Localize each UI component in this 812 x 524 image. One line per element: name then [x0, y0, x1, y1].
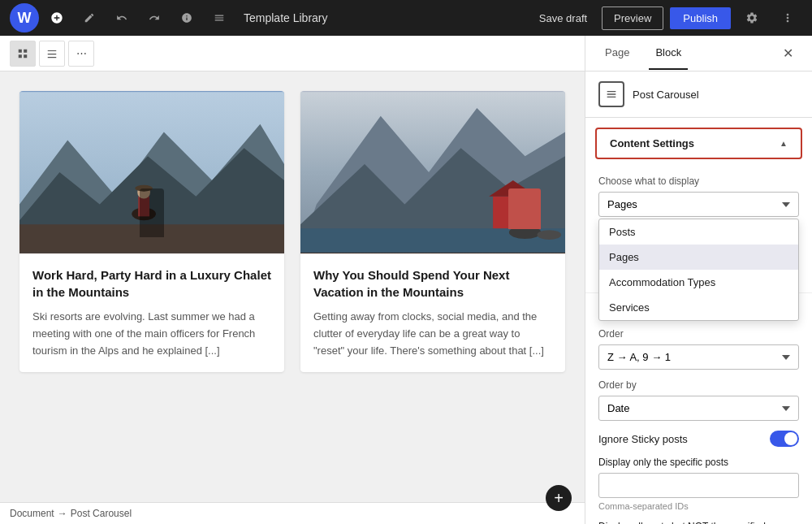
panel-header: Page Block ✕ [585, 36, 812, 71]
choose-what-select[interactable]: Posts Pages Accommodation Types Services [598, 192, 799, 217]
card-image-1 [19, 91, 284, 253]
content-area: Work Hard, Party Hard in a Luxury Chalet… [0, 71, 585, 502]
breadcrumb-document: Document [10, 508, 54, 519]
dropdown-option-services[interactable]: Services [599, 295, 798, 320]
svg-point-4 [132, 207, 156, 220]
breadcrumb-arrow: → [58, 508, 67, 519]
block-toolbar: ⋯ [0, 36, 585, 71]
post-card-1: Work Hard, Party Hard in a Luxury Chalet… [19, 91, 284, 372]
card-image-2 [300, 91, 565, 253]
svg-point-14 [509, 226, 542, 239]
block-title-row: Post Carousel [585, 71, 812, 118]
display-not-field: Display all posts but NOT the specified … [598, 521, 799, 524]
ignore-sticky-toggle[interactable] [770, 431, 799, 447]
add-block-button[interactable] [42, 3, 71, 32]
order-select[interactable]: A → Z, 1 → 9 Z → A, 9 → 1 [598, 344, 799, 370]
svg-rect-5 [138, 197, 149, 217]
block-title-label: Post Carousel [633, 89, 699, 101]
more-options-button[interactable] [773, 3, 802, 32]
specific-posts-field: Display only the specific posts Comma-se… [598, 457, 799, 511]
content-settings-body: Choose what to display Posts Pages Accom… [585, 169, 812, 227]
content-settings-header[interactable]: Content Settings ▲ [595, 128, 802, 159]
specific-posts-label: Display only the specific posts [598, 457, 799, 468]
grid-view-button[interactable] [10, 41, 36, 67]
right-panel: Page Block ✕ Post Carousel Content Setti… [585, 36, 812, 524]
card-excerpt-1: Ski resorts are evolving. Last summer we… [32, 309, 271, 359]
edit-button[interactable] [75, 3, 104, 32]
top-toolbar: W Template Library Save draft Preview Pu… [0, 0, 812, 36]
dropdown-option-pages[interactable]: Pages [599, 245, 798, 270]
block-icon [598, 81, 624, 107]
card-title-2: Why You Should Spend Your Next Vacation … [313, 266, 552, 301]
cards-grid: Work Hard, Party Hard in a Luxury Chalet… [19, 91, 565, 372]
card-excerpt-2: Getting away from clocks, social media, … [313, 309, 552, 359]
choose-what-select-wrapper: Posts Pages Accommodation Types Services… [598, 192, 799, 217]
order-by-select[interactable]: Date Title Author Random [598, 396, 799, 421]
card-body-2: Why You Should Spend Your Next Vacation … [300, 253, 565, 372]
list-view-toggle[interactable] [39, 41, 65, 67]
toolbar-right: Save draft Preview Publish [531, 3, 802, 32]
svg-point-7 [135, 185, 153, 192]
list-view-button[interactable] [205, 3, 234, 32]
specific-posts-input[interactable] [598, 473, 799, 498]
publish-button[interactable]: Publish [670, 7, 731, 29]
breadcrumb-post-carousel: Post Carousel [71, 508, 132, 519]
save-draft-button[interactable]: Save draft [531, 7, 595, 29]
choose-what-label: Choose what to display [598, 175, 799, 187]
dropdown-option-posts[interactable]: Posts [599, 219, 798, 245]
content-settings-arrow: ▲ [780, 139, 788, 148]
comma-separated-helper: Comma-separated IDs [598, 501, 799, 511]
content-settings-title: Content Settings [610, 137, 694, 149]
card-body-1: Work Hard, Party Hard in a Luxury Chalet… [19, 253, 284, 372]
ignore-sticky-label: Ignore Sticky posts [598, 433, 688, 445]
block-more-button[interactable]: ⋯ [68, 41, 94, 67]
add-block-fab[interactable]: + [546, 485, 572, 511]
editor-panel: ⋯ [0, 36, 585, 524]
sorting-section: Sorting and Filtering ▲ Order A → Z, 1 →… [585, 297, 812, 524]
template-title: Template Library [244, 11, 528, 24]
tab-block[interactable]: Block [649, 37, 688, 70]
panel-content: Content Settings ▲ Choose what to displa… [585, 118, 812, 524]
post-card-2: Why You Should Spend Your Next Vacation … [300, 91, 565, 372]
tab-page[interactable]: Page [598, 37, 636, 70]
display-not-label: Display all posts but NOT the specified … [598, 521, 799, 524]
svg-rect-3 [19, 224, 284, 253]
dropdown-option-accommodation[interactable]: Accommodation Types [599, 270, 798, 295]
redo-button[interactable] [140, 3, 169, 32]
order-by-field: Order by Date Title Author Random [598, 379, 799, 421]
panel-close-button[interactable]: ✕ [776, 42, 799, 65]
main-layout: ⋯ [0, 36, 812, 524]
dropdown-overlay: Posts Pages Accommodation Types Services [598, 219, 799, 321]
wp-logo: W [10, 3, 39, 32]
settings-button[interactable] [737, 3, 767, 32]
order-label: Order [598, 328, 799, 340]
ignore-sticky-row: Ignore Sticky posts [598, 431, 799, 447]
order-by-label: Order by [598, 379, 799, 391]
info-button[interactable] [172, 3, 201, 32]
order-field: Order A → Z, 1 → 9 Z → A, 9 → 1 [598, 328, 799, 370]
svg-rect-12 [493, 197, 533, 229]
svg-point-15 [537, 230, 561, 240]
undo-button[interactable] [107, 3, 136, 32]
breadcrumb: Document → Post Carousel [0, 502, 585, 524]
card-title-1: Work Hard, Party Hard in a Luxury Chalet… [32, 266, 271, 301]
preview-button[interactable]: Preview [602, 6, 663, 30]
